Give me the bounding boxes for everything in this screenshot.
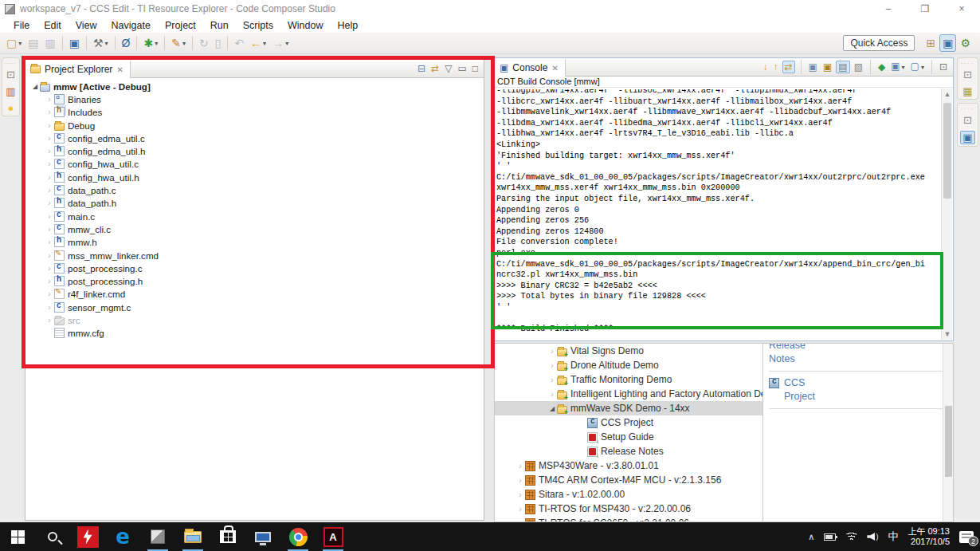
link-release-notes[interactable]: Release Notes xyxy=(769,343,817,366)
tree-item-debug[interactable]: ›Debug xyxy=(25,119,484,132)
link-ccs-project[interactable]: CCS Project xyxy=(784,376,832,403)
expand-arrow-icon[interactable]: › xyxy=(45,108,54,116)
console-icon[interactable]: ▣ xyxy=(960,131,974,144)
tree-item-mmwave-sdk-demo-14xx[interactable]: ◢mmWave SDK Demo - 14xx xyxy=(495,401,762,415)
tray-chevron-icon[interactable]: ∧ xyxy=(808,532,814,542)
menu-view[interactable]: View xyxy=(69,20,104,31)
expand-arrow-icon[interactable]: › xyxy=(515,519,525,522)
undo-icon[interactable]: ↶ xyxy=(232,35,246,51)
expand-arrow-icon[interactable]: › xyxy=(45,277,54,285)
menu-run[interactable]: Run xyxy=(203,20,236,31)
menu-navigate[interactable]: Navigate xyxy=(104,20,158,31)
forward-icon[interactable]: →▾ xyxy=(270,35,291,51)
tree-item-config-edma-util-h[interactable]: ›config_edma_util.h xyxy=(25,144,484,157)
suspend-icon[interactable]: ▯ xyxy=(213,35,224,51)
tree-item-ccs-project[interactable]: CCS Project xyxy=(495,415,762,430)
dropdown-arrow-icon[interactable]: ▾ xyxy=(155,40,158,47)
tree-item-ti-rtos-for-cc2650-v-2-21-00-06[interactable]: ›TI-RTOS for CC2650 - v:2.21.00.06 xyxy=(495,516,762,521)
link-with-editor-icon[interactable]: ⇄ xyxy=(429,63,441,74)
menu-file[interactable]: File xyxy=(6,20,37,31)
expand-arrow-icon[interactable]: › xyxy=(45,251,54,260)
tree-item-src[interactable]: ›src xyxy=(25,313,484,326)
minimize-button[interactable]: – xyxy=(870,0,907,18)
clear-console-icon[interactable]: ▧ xyxy=(853,61,864,73)
edit-perspective-icon[interactable]: ▣ xyxy=(939,34,956,52)
open-console-icon[interactable]: ▢▾ xyxy=(909,61,926,73)
dropdown-arrow-icon[interactable]: ▾ xyxy=(18,40,22,47)
close-tab-icon[interactable]: ✕ xyxy=(116,65,123,74)
dropdown-arrow-icon[interactable]: ▾ xyxy=(182,40,186,47)
tree-item-intelligent-lighting-and-factory-automation-de[interactable]: ›Intelligent Lighting and Factory Automa… xyxy=(495,387,762,401)
expand-arrow-icon[interactable]: › xyxy=(45,173,54,182)
maximize-icon[interactable]: □ xyxy=(471,63,480,74)
link-console-icon[interactable]: ⇄ xyxy=(782,61,795,73)
restore-button[interactable]: ❐ xyxy=(907,0,943,18)
notification-icon[interactable]: 2 xyxy=(959,531,974,543)
tree-item-setup-guide[interactable]: Setup Guide xyxy=(495,430,762,444)
restore-pane-icon[interactable]: ⊡ xyxy=(6,69,15,81)
pin-console-icon[interactable]: ◆ xyxy=(876,61,887,73)
tree-item-mmw-cfg[interactable]: mmw.cfg xyxy=(25,327,484,340)
expand-arrow-icon[interactable]: › xyxy=(45,121,54,130)
expand-arrow-icon[interactable]: › xyxy=(45,199,54,207)
tab-console[interactable]: ▣ Console ✕ xyxy=(495,58,566,77)
expand-arrow-icon[interactable]: › xyxy=(515,490,525,499)
tree-item-mmw-h[interactable]: ›mmw.h xyxy=(25,236,484,249)
problems-icon[interactable]: ▦ xyxy=(962,85,972,97)
menu-help[interactable]: Help xyxy=(330,20,365,31)
volume-icon[interactable]: ) xyxy=(867,533,878,541)
dropdown-arrow-icon[interactable]: ▾ xyxy=(285,40,288,47)
collapse-arrow-icon[interactable]: ◢ xyxy=(30,83,40,90)
edge-app[interactable]: e xyxy=(105,522,140,551)
scroll-thumb[interactable] xyxy=(943,103,951,199)
file-explorer-app[interactable] xyxy=(175,522,210,551)
save-all-icon[interactable]: ▥ xyxy=(42,35,57,51)
lightbulb-icon[interactable]: ● xyxy=(8,102,14,114)
sync-icon[interactable]: ↻ xyxy=(197,35,211,51)
expand-arrow-icon[interactable]: › xyxy=(515,505,525,514)
expand-arrow-icon[interactable]: › xyxy=(45,225,54,234)
debug-console-icon[interactable]: ▣ xyxy=(67,35,82,51)
expand-arrow-icon[interactable]: › xyxy=(45,289,54,298)
expand-arrow-icon[interactable]: › xyxy=(515,462,525,470)
expand-arrow-icon[interactable]: › xyxy=(45,134,54,143)
expand-arrow-icon[interactable]: › xyxy=(547,347,557,356)
remote-desktop-app[interactable] xyxy=(245,522,280,551)
tree-item-sensor-mgmt-c[interactable]: ›sensor_mgmt.c xyxy=(25,301,484,313)
tree-item-includes[interactable]: ›Includes xyxy=(25,106,484,119)
search-button[interactable] xyxy=(35,522,70,551)
start-button[interactable] xyxy=(0,522,35,551)
battery-icon[interactable] xyxy=(824,533,836,541)
show-stdout-icon[interactable]: ▣ xyxy=(807,61,819,73)
store-app[interactable] xyxy=(210,522,245,551)
flash-icon[interactable]: ✎▾ xyxy=(169,35,188,51)
tree-item-config-hwa-util-c[interactable]: ›config_hwa_util.c xyxy=(25,158,484,171)
tree-item-ti-rtos-for-msp430-v-2-20-00-06[interactable]: ›TI-RTOS for MSP430 - v:2.20.00.06 xyxy=(495,502,762,516)
tree-item-config-hwa-util-h[interactable]: ›config_hwa_util.h xyxy=(25,171,484,183)
build-icon[interactable]: ⚒▾ xyxy=(91,35,111,51)
tree-item-binaries[interactable]: ›Binaries xyxy=(25,92,484,105)
tab-project-explorer[interactable]: Project Explorer ✕ xyxy=(25,60,131,78)
close-tab-icon[interactable]: ✕ xyxy=(551,64,558,73)
tree-item-traffic-monitoring-demo[interactable]: ›Traffic Monitoring Demo xyxy=(495,372,762,387)
expand-arrow-icon[interactable]: › xyxy=(547,361,557,370)
collapse-arrow-icon[interactable]: ◢ xyxy=(547,405,557,412)
tree-item-mss-mmw-linker-cmd[interactable]: ›mss_mmw_linker.cmd xyxy=(25,249,484,262)
menu-edit[interactable]: Edit xyxy=(37,20,69,31)
menu-window[interactable]: Window xyxy=(280,20,330,31)
display-console-icon[interactable]: ▣▾ xyxy=(889,61,906,73)
tree-item-data-path-h[interactable]: ›data_path.h xyxy=(25,197,484,210)
expand-arrow-icon[interactable]: › xyxy=(45,212,54,221)
resource-explorer-icon[interactable]: ▥ xyxy=(6,85,15,97)
tree-item-drone-altitude-demo[interactable]: ›Drone Altitude Demo xyxy=(495,358,762,372)
view-menu-icon[interactable]: ▽ xyxy=(443,63,453,74)
expand-arrow-icon[interactable]: › xyxy=(45,303,54,312)
scroll-up-icon[interactable]: ↑ xyxy=(772,61,780,73)
tree-item-msp430ware-v-3-80-01-01[interactable]: ›MSP430Ware - v:3.80.01.01 xyxy=(495,459,762,473)
expand-arrow-icon[interactable]: › xyxy=(45,238,54,246)
expand-arrow-icon[interactable]: › xyxy=(45,147,54,155)
new-target-icon[interactable]: ✱▾ xyxy=(141,35,160,51)
dropdown-arrow-icon[interactable]: ▾ xyxy=(105,40,108,47)
expand-arrow-icon[interactable]: › xyxy=(45,186,54,195)
clock[interactable]: 上午 09:13 2017/10/5 xyxy=(907,526,950,547)
